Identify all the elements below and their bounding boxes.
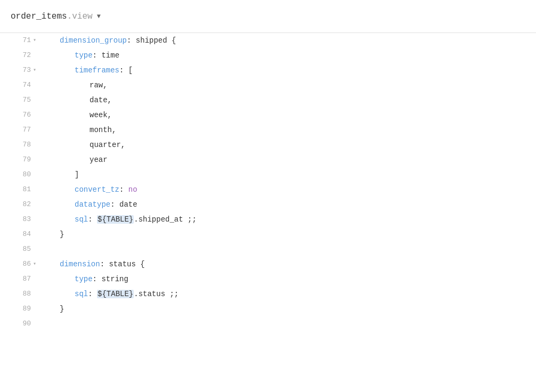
code-content: week, — [43, 108, 112, 123]
line-number: 86 — [15, 257, 31, 272]
line-number: 73 — [15, 63, 31, 78]
token-val-black: quarter, — [90, 141, 125, 149]
code-line: 74▾raw, — [0, 78, 536, 93]
line-number: 83 — [15, 212, 31, 227]
token-val-black: date, — [90, 96, 112, 104]
token-val-highlight: ${TABLE} — [97, 290, 134, 298]
code-content: quarter, — [43, 137, 125, 152]
code-content: type: time — [43, 48, 119, 63]
token-punct: : [ — [119, 66, 133, 75]
code-line: 80▾] — [0, 167, 536, 182]
code-content: ] — [43, 167, 79, 182]
code-content: date, — [43, 93, 112, 108]
code-content: datatype: date — [43, 197, 137, 212]
token-val-black: time — [101, 51, 119, 60]
token-punct: ] — [75, 170, 79, 179]
line-number: 74 — [15, 78, 31, 93]
token-punct: : — [110, 200, 119, 209]
token-kw-blue: type — [75, 51, 93, 60]
token-punct: } — [60, 305, 64, 313]
line-number: 85 — [15, 242, 31, 257]
code-content: sql: ${TABLE}.shipped_at ;; — [43, 212, 197, 227]
line-number: 80 — [15, 167, 31, 182]
line-number: 77 — [15, 123, 31, 137]
fold-arrow-icon[interactable]: ▾ — [31, 63, 38, 78]
token-kw-blue: dimension_group — [60, 36, 127, 45]
file-title: order_items.view — [11, 12, 93, 21]
code-line: 86▾dimension: status { — [0, 257, 536, 272]
line-number: 76 — [15, 108, 31, 123]
line-number: 79 — [15, 152, 31, 167]
code-line: 71▾dimension_group: shipped { — [0, 33, 536, 48]
token-punct: ;; — [188, 215, 197, 224]
token-punct: : — [93, 51, 102, 60]
file-extension: .view — [67, 12, 93, 21]
token-val-black: date — [119, 200, 137, 209]
filename: order_items — [11, 12, 67, 21]
code-content: year — [43, 152, 108, 167]
token-punct: { — [172, 36, 176, 45]
code-content: timeframes: [ — [43, 63, 133, 78]
token-val-highlight: ${TABLE} — [97, 215, 134, 224]
code-line: 81▾convert_tz: no — [0, 182, 536, 197]
line-number: 75 — [15, 93, 31, 108]
line-number: 87 — [15, 272, 31, 287]
code-content: convert_tz: no — [43, 182, 137, 197]
line-number: 90 — [15, 316, 31, 331]
token-kw-blue: sql — [75, 290, 88, 298]
code-line: 85▾ — [0, 242, 536, 257]
code-content: type: string — [43, 272, 128, 287]
token-val-black: status — [109, 260, 140, 268]
token-kw-purple: no — [128, 185, 137, 194]
line-number: 82 — [15, 197, 31, 212]
token-punct: : — [127, 36, 136, 45]
line-number: 89 — [15, 301, 31, 316]
code-content: month, — [43, 123, 116, 137]
token-val-black: .shipped_at — [134, 215, 188, 224]
line-number: 72 — [15, 48, 31, 63]
token-punct: : — [88, 215, 97, 224]
token-kw-blue: datatype — [75, 200, 110, 209]
code-content: } — [43, 227, 64, 242]
token-val-black: string — [101, 275, 128, 283]
token-punct: { — [140, 260, 144, 268]
code-content: } — [43, 301, 64, 316]
code-content: sql: ${TABLE}.status ;; — [43, 287, 178, 301]
token-val-black: shipped — [136, 36, 172, 45]
code-line: 83▾sql: ${TABLE}.shipped_at ;; — [0, 212, 536, 227]
token-val-black: week, — [90, 111, 112, 119]
line-number: 81 — [15, 182, 31, 197]
code-line: 90▾ — [0, 316, 536, 331]
line-number: 78 — [15, 137, 31, 152]
code-line: 82▾datatype: date — [0, 197, 536, 212]
code-line: 78▾quarter, — [0, 137, 536, 152]
dropdown-icon[interactable]: ▼ — [97, 13, 101, 20]
editor-container: 71▾dimension_group: shipped {72▾type: ti… — [0, 33, 536, 392]
token-punct: ;; — [169, 290, 178, 298]
token-punct: : — [100, 260, 109, 268]
token-punct: : — [88, 290, 97, 298]
code-line: 73▾timeframes: [ — [0, 63, 536, 78]
code-line: 77▾month, — [0, 123, 536, 137]
token-punct: : — [119, 185, 128, 194]
line-number: 84 — [15, 227, 31, 242]
token-punct: } — [60, 230, 64, 239]
token-val-black: .status — [134, 290, 169, 298]
code-line: 84▾} — [0, 227, 536, 242]
code-content: raw, — [43, 78, 108, 93]
fold-arrow-icon[interactable]: ▾ — [31, 257, 38, 272]
code-line: 79▾year — [0, 152, 536, 167]
code-line: 87▾type: string — [0, 272, 536, 287]
token-kw-blue: type — [75, 275, 93, 283]
token-val-black: year — [90, 156, 108, 164]
title-bar: order_items.view ▼ — [0, 0, 536, 33]
code-content: dimension_group: shipped { — [43, 33, 176, 48]
token-kw-blue: dimension — [60, 260, 100, 268]
token-kw-blue: convert_tz — [75, 185, 119, 194]
token-val-black: month, — [90, 126, 116, 134]
code-line: 76▾week, — [0, 108, 536, 123]
code-line: 89▾} — [0, 301, 536, 316]
token-punct: : — [93, 275, 102, 283]
token-val-black: raw, — [90, 81, 108, 89]
fold-arrow-icon[interactable]: ▾ — [31, 33, 38, 48]
